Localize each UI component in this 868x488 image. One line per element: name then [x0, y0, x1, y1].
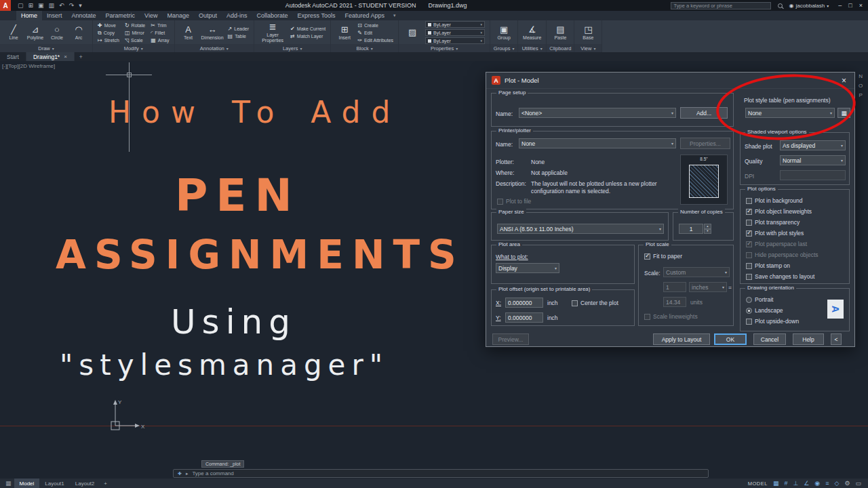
new-icon[interactable]: ▢ [18, 2, 24, 9]
tool-dimension[interactable]: ↔Dimension [201, 25, 224, 41]
plot-transparency-checkbox[interactable]: Plot transparency [746, 219, 800, 226]
plot-object-lineweights-checkbox[interactable]: Plot object lineweights [746, 208, 812, 215]
isodraft-icon[interactable]: ◇ [834, 480, 839, 487]
plot-style-table-combo[interactable]: None▾ [745, 108, 835, 118]
hide-paperspace-objects-checkbox[interactable]: Hide paperspace objects [746, 251, 818, 258]
tool-text[interactable]: AText [180, 25, 197, 41]
tab-insert[interactable]: Insert [42, 11, 67, 20]
dpi-input[interactable] [780, 170, 846, 180]
tool-edit-attributes[interactable]: ✑Edit Attributes [357, 37, 393, 43]
tab-express-tools[interactable]: Express Tools [293, 11, 340, 20]
model-tab[interactable]: Model [14, 479, 40, 488]
lineweight-icon[interactable]: ≡ [825, 480, 829, 487]
preview-button[interactable]: Preview... [492, 333, 529, 345]
osnap-icon[interactable]: ◉ [814, 480, 820, 487]
search-icon[interactable] [778, 3, 783, 8]
undo-icon[interactable]: ↶ [59, 2, 64, 9]
ortho-icon[interactable]: ⊥ [793, 480, 798, 487]
tool-stretch[interactable]: ↦Stretch [98, 37, 119, 43]
tab-manage[interactable]: Manage [162, 11, 194, 20]
signin-user[interactable]: ◉ jacobbalash ▾ [789, 3, 829, 9]
plot-upside-down-checkbox[interactable]: Plot upside-down [746, 318, 799, 325]
edit-plot-style-button[interactable]: ▦ [837, 108, 850, 118]
shade-plot-combo[interactable]: As displayed▾ [780, 140, 846, 150]
drawing-area[interactable]: [-][Top][2D Wireframe] Y X N O P How To … [0, 61, 868, 479]
object-color-dropdown[interactable]: ByLayer▾ [425, 21, 485, 28]
gear-icon[interactable]: ⚙ [844, 480, 850, 487]
copies-spinner[interactable]: ▴ ▾ [704, 224, 711, 234]
snap-icon[interactable]: # [784, 480, 787, 487]
maximize-button[interactable]: □ [848, 2, 852, 9]
plot-icon[interactable]: ▥ [49, 2, 55, 9]
scale-unit-combo[interactable]: inches▾ [689, 282, 727, 292]
tool-paste[interactable]: ▤Paste [551, 25, 569, 41]
plot-in-background-checkbox[interactable]: Plot in background [746, 197, 802, 204]
tool-match-layer[interactable]: ⇄Match Layer [290, 33, 326, 39]
open-icon[interactable]: ⊞ [28, 2, 34, 9]
scale-combo[interactable]: Custom▾ [663, 267, 730, 277]
panel-label-groups[interactable]: Groups▾ [490, 44, 517, 52]
polar-tracking-icon[interactable]: ∠ [804, 480, 809, 487]
panel-label-block[interactable]: Block▾ [331, 44, 398, 52]
panel-label-draw[interactable]: Draw▾ [0, 44, 92, 52]
tool-polyline[interactable]: ⊿Polyline [26, 25, 44, 41]
tool-match-properties[interactable]: ▨ [403, 28, 421, 37]
tool-table[interactable]: ▤Table [228, 33, 250, 39]
tab-output[interactable]: Output [194, 11, 222, 20]
tool-array[interactable]: ▦Array [151, 37, 169, 43]
less-options-button[interactable]: < [831, 333, 842, 345]
cancel-button[interactable]: Cancel [753, 333, 786, 345]
tool-trim[interactable]: ✂Trim [151, 22, 169, 28]
printer-name-combo[interactable]: None▾ [519, 138, 676, 148]
grid-icon[interactable]: ▦ [773, 480, 779, 487]
tool-rotate[interactable]: ↻Rotate [125, 22, 145, 28]
quality-combo[interactable]: Normal▾ [780, 155, 846, 165]
layout2-tab[interactable]: Layout2 [70, 479, 100, 488]
save-icon[interactable]: ▣ [38, 2, 44, 9]
offset-y-input[interactable]: 0.000000 [505, 312, 543, 323]
linetype-dropdown[interactable]: ByLayer▾ [425, 29, 485, 36]
tool-insert-block[interactable]: ⊞Insert [336, 25, 353, 41]
tool-line[interactable]: ╱Line [5, 25, 22, 41]
close-button[interactable]: × [859, 2, 863, 9]
panel-label-annotation[interactable]: Annotation▾ [175, 44, 254, 52]
new-layout-button[interactable]: + [100, 481, 111, 487]
scale-factor-input[interactable]: 1 [663, 282, 686, 292]
layout1-tab[interactable]: Layout1 [39, 479, 69, 488]
model-space-label[interactable]: MODEL [748, 481, 768, 487]
tool-create-block[interactable]: ⊡Create [357, 22, 393, 28]
scale-lineweights-checkbox[interactable]: Scale lineweights [644, 313, 698, 320]
tab-annotate[interactable]: Annotate [67, 11, 101, 20]
panel-label-utilities[interactable]: Utilities▾ [518, 44, 546, 52]
printer-properties-button[interactable]: Properties... [680, 138, 730, 149]
tab-home[interactable]: Home [16, 11, 42, 20]
layout-grid-icon[interactable]: ▦ [3, 480, 14, 487]
page-setup-name-combo[interactable]: <None>▾ [519, 108, 676, 118]
qat-menu-icon[interactable]: ▾ [79, 2, 82, 9]
command-prompt[interactable]: Type a command [192, 470, 233, 476]
spin-up-icon[interactable]: ▴ [704, 224, 711, 229]
tool-copy[interactable]: ⧉Copy [98, 30, 119, 36]
ok-button[interactable]: OK [714, 333, 747, 345]
minimize-button[interactable]: – [838, 2, 842, 9]
tab-featured-apps[interactable]: Featured Apps [340, 11, 389, 20]
tab-view[interactable]: View [140, 11, 162, 20]
spin-down-icon[interactable]: ▾ [704, 229, 711, 235]
tool-layer-properties[interactable]: ≣Layer Properties [259, 22, 286, 43]
add-page-setup-button[interactable]: Add... [680, 107, 728, 119]
landscape-radio[interactable]: Landscape [746, 307, 783, 314]
tool-circle[interactable]: ○Circle [48, 25, 66, 41]
close-icon[interactable]: × [64, 54, 67, 60]
plot-dialog-titlebar[interactable]: A Plot - Model × [486, 73, 854, 89]
paper-size-combo[interactable]: ANSI A (8.50 x 11.00 Inches)▾ [497, 224, 664, 234]
tool-move[interactable]: ✚Move [98, 22, 119, 28]
center-plot-checkbox[interactable]: Center the plot [572, 300, 618, 306]
plot-to-file-checkbox[interactable]: Plot to file [497, 198, 531, 205]
dialog-close-icon[interactable]: × [839, 76, 849, 85]
tool-measure[interactable]: ∡Measure [523, 25, 541, 41]
copies-input[interactable]: 1 [679, 224, 703, 234]
plot-with-plot-styles-checkbox[interactable]: Plot with plot styles [746, 230, 804, 237]
panel-label-layers[interactable]: Layers▾ [254, 44, 330, 52]
portrait-radio[interactable]: Portrait [746, 296, 773, 303]
tool-fillet[interactable]: ◜Fillet [151, 30, 169, 36]
